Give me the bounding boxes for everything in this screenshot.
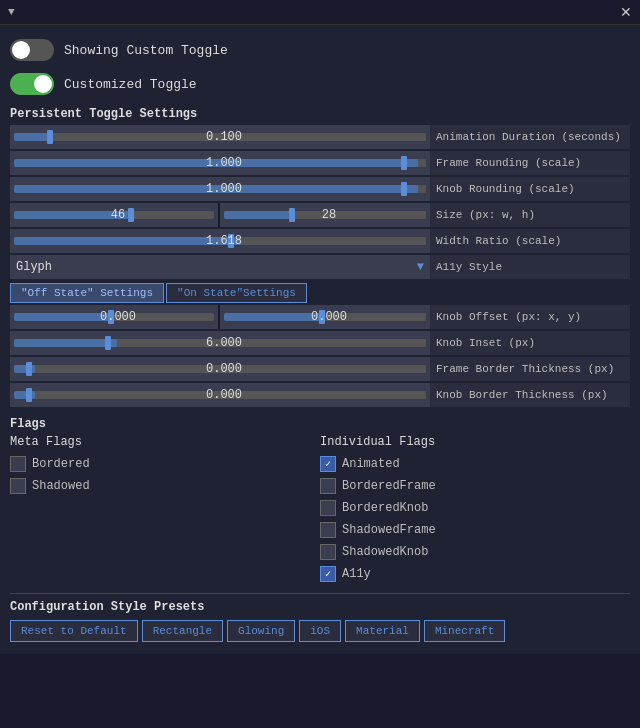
size-h-fill <box>224 211 295 219</box>
ally-style-value: Glyph <box>16 260 417 274</box>
frame-border-track <box>14 365 426 373</box>
close-button[interactable]: ✕ <box>620 4 632 20</box>
flag-bordered-frame[interactable]: BorderedFrame <box>320 475 630 497</box>
knob-border-track <box>14 391 426 399</box>
knob-inset-thumb[interactable] <box>105 336 111 350</box>
size-slider-container[interactable]: 46 28 <box>10 203 430 227</box>
meta-flags-col: Meta Flags Bordered Shadowed <box>10 433 320 585</box>
knob-inset-row: 6.000 Knob Inset (px) <box>10 331 630 355</box>
ios-button[interactable]: iOS <box>299 620 341 642</box>
bordered-checkbox[interactable] <box>10 456 26 472</box>
shadowed-label: Shadowed <box>32 479 90 493</box>
bordered-label: Bordered <box>32 457 90 471</box>
knob-rounding-label: Knob Rounding (scale) <box>430 183 630 195</box>
width-ratio-slider[interactable]: 1.618 <box>10 229 430 253</box>
knob-offset-y-fill <box>224 313 325 321</box>
showing-toggle-switch[interactable] <box>10 39 54 61</box>
frame-rounding-slider[interactable]: 1.000 <box>10 151 430 175</box>
knob-inset-slider[interactable]: 6.000 <box>10 331 430 355</box>
bordered-knob-checkbox[interactable] <box>320 500 336 516</box>
ally-style-dropdown[interactable]: Glyph ▼ <box>10 255 430 279</box>
knob-rounding-row: 1.000 Knob Rounding (scale) <box>10 177 630 201</box>
bordered-frame-label: BorderedFrame <box>342 479 436 493</box>
width-ratio-row: 1.618 Width Ratio (scale) <box>10 229 630 253</box>
frame-rounding-thumb[interactable] <box>401 156 407 170</box>
animation-duration-row: 0.100 Animation Duration (seconds) <box>10 125 630 149</box>
size-row: 46 28 Size (px: w, h) <box>10 203 630 227</box>
knob-offset-x-thumb[interactable] <box>108 310 114 324</box>
flag-shadowed-knob[interactable]: ShadowedKnob <box>320 541 630 563</box>
showing-toggle-label: Showing Custom Toggle <box>64 43 228 58</box>
knob-border-slider[interactable]: 0.000 <box>10 383 430 407</box>
on-state-tab[interactable]: "On State"Settings <box>166 283 307 303</box>
knob-offset-y-thumb[interactable] <box>319 310 325 324</box>
animation-duration-slider[interactable]: 0.100 <box>10 125 430 149</box>
frame-border-row: 0.000 Frame Border Thickness (px) <box>10 357 630 381</box>
animation-duration-thumb[interactable] <box>47 130 53 144</box>
knob-offset-x-fill <box>14 313 114 321</box>
shadowed-frame-checkbox[interactable] <box>320 522 336 538</box>
customized-toggle-label: Customized Toggle <box>64 77 197 92</box>
off-state-tab[interactable]: "Off State" Settings <box>10 283 164 303</box>
knob-offset-x-track <box>14 313 214 321</box>
shadowed-knob-checkbox[interactable] <box>320 544 336 560</box>
flag-bordered[interactable]: Bordered <box>10 453 320 475</box>
flag-animated[interactable]: Animated <box>320 453 630 475</box>
shadowed-checkbox[interactable] <box>10 478 26 494</box>
size-w-thumb[interactable] <box>128 208 134 222</box>
frame-border-slider[interactable]: 0.000 <box>10 357 430 381</box>
frame-rounding-track <box>14 159 426 167</box>
frame-rounding-label: Frame Rounding (scale) <box>430 157 630 169</box>
main-panel: Showing Custom Toggle Customized Toggle … <box>0 25 640 654</box>
presets-buttons: Reset to Default Rectangle Glowing iOS M… <box>10 620 630 642</box>
flag-shadowed[interactable]: Shadowed <box>10 475 320 497</box>
individual-flags-col: Individual Flags Animated BorderedFrame … <box>320 433 630 585</box>
knob-offset-y-track <box>224 313 426 321</box>
rectangle-button[interactable]: Rectangle <box>142 620 223 642</box>
knob-offset-container[interactable]: 0.000 0.000 <box>10 305 430 329</box>
animated-label: Animated <box>342 457 400 471</box>
bordered-frame-checkbox[interactable] <box>320 478 336 494</box>
knob-offset-x-slider[interactable]: 0.000 <box>10 305 220 329</box>
knob-rounding-track <box>14 185 426 193</box>
material-button[interactable]: Material <box>345 620 420 642</box>
flags-header: Flags <box>10 413 630 433</box>
knob-offset-y-slider[interactable]: 0.000 <box>220 305 430 329</box>
animation-duration-fill <box>14 133 47 141</box>
individual-flags-header: Individual Flags <box>320 433 630 453</box>
width-ratio-thumb[interactable] <box>228 234 234 248</box>
size-h-track <box>224 211 426 219</box>
glowing-button[interactable]: Glowing <box>227 620 295 642</box>
flag-bordered-knob[interactable]: BorderedKnob <box>320 497 630 519</box>
size-h-slider[interactable]: 28 <box>220 203 430 227</box>
showing-custom-toggle-row: Showing Custom Toggle <box>10 33 630 67</box>
knob-border-thumb[interactable] <box>26 388 32 402</box>
showing-toggle-knob <box>12 41 30 59</box>
frame-rounding-row: 1.000 Frame Rounding (scale) <box>10 151 630 175</box>
size-w-track <box>14 211 214 219</box>
minecraft-button[interactable]: Minecraft <box>424 620 505 642</box>
knob-inset-fill <box>14 339 117 347</box>
frame-border-thumb[interactable] <box>26 362 32 376</box>
customized-toggle-switch[interactable] <box>10 73 54 95</box>
title-bar: ▼ ✕ <box>0 0 640 25</box>
size-h-thumb[interactable] <box>289 208 295 222</box>
shadowed-frame-label: ShadowedFrame <box>342 523 436 537</box>
state-tabs: "Off State" Settings "On State"Settings <box>10 283 630 303</box>
animated-checkbox[interactable] <box>320 456 336 472</box>
width-ratio-track <box>14 237 426 245</box>
reset-to-default-button[interactable]: Reset to Default <box>10 620 138 642</box>
meta-flags-header: Meta Flags <box>10 433 320 453</box>
knob-rounding-slider[interactable]: 1.000 <box>10 177 430 201</box>
knob-rounding-thumb[interactable] <box>401 182 407 196</box>
a11y-checkbox[interactable] <box>320 566 336 582</box>
knob-offset-row: 0.000 0.000 Knob Offset (px: x, y) <box>10 305 630 329</box>
flag-shadowed-frame[interactable]: ShadowedFrame <box>320 519 630 541</box>
ally-style-label: A11y Style <box>430 261 630 273</box>
frame-rounding-fill <box>14 159 418 167</box>
flags-grid: Meta Flags Bordered Shadowed Individual … <box>10 433 630 585</box>
presets-header: Configuration Style Presets <box>10 600 630 620</box>
size-w-slider[interactable]: 46 <box>10 203 220 227</box>
flag-a11y[interactable]: A11y <box>320 563 630 585</box>
persistent-section-label: Persistent Toggle Settings <box>10 101 630 125</box>
